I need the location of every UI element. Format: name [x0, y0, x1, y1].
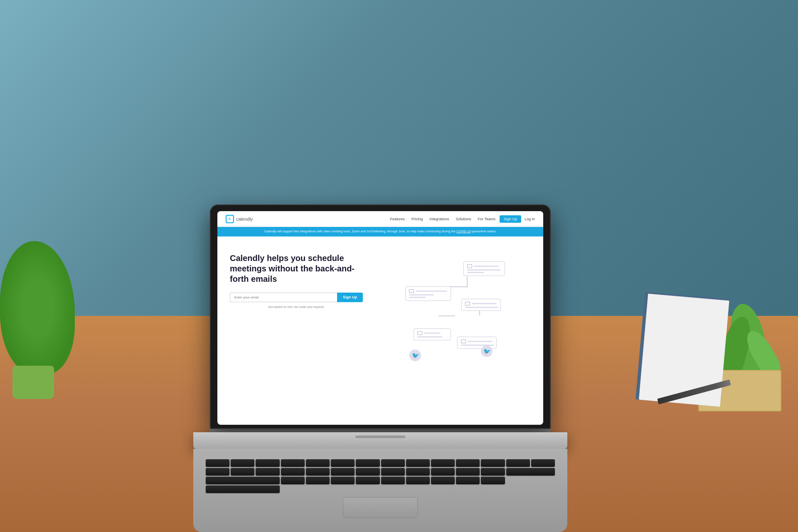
laptop-keyboard-area [193, 449, 567, 532]
plant-left [0, 233, 83, 399]
key-15 [206, 468, 229, 475]
key-35 [481, 477, 505, 484]
email-icon-2 [409, 289, 414, 293]
email-icon-1 [467, 264, 472, 268]
notebook-pages [639, 293, 729, 406]
email-card-1 [463, 261, 505, 276]
email-line-2 [467, 269, 500, 271]
key-18 [281, 468, 305, 475]
key-32 [406, 477, 430, 484]
connector-h2 [438, 315, 455, 316]
key-6 [331, 459, 355, 467]
logo-icon: C [226, 215, 234, 223]
key-21 [356, 468, 379, 475]
key-23 [406, 468, 430, 475]
key-20 [331, 468, 355, 475]
key-delete [506, 468, 555, 475]
email-icon-3 [465, 302, 470, 305]
key-9 [406, 459, 430, 467]
email-line-11 [468, 341, 493, 342]
announcement-banner: Calendly will support free integrations … [217, 227, 543, 236]
email-card-1-header [467, 264, 501, 268]
key-10 [431, 459, 455, 467]
email-card-2-header [409, 289, 447, 293]
key-30 [356, 477, 379, 484]
banner-covid-link[interactable]: COVID-19 [456, 229, 471, 233]
email-card-4-header [417, 331, 447, 335]
key-31 [381, 477, 405, 484]
key-33 [431, 477, 455, 484]
email-line-10 [417, 336, 442, 337]
nav-login-button[interactable]: Log In [525, 217, 535, 221]
email-card-2 [405, 286, 451, 301]
key-5 [306, 459, 330, 467]
hero-title: Calendly helps you schedule meetings wit… [230, 253, 363, 284]
laptop-base [193, 432, 567, 449]
key-12 [481, 459, 505, 467]
key-17 [256, 468, 279, 475]
email-cards-illustration: 🐦 🐦 [397, 261, 505, 361]
key-3 [256, 459, 279, 467]
email-line-4 [416, 291, 447, 292]
email-line-9 [424, 332, 441, 334]
email-card-3-header [465, 302, 497, 305]
email-line-3 [467, 272, 484, 273]
bird-right: 🐦 [481, 345, 493, 357]
key-13 [506, 459, 530, 467]
email-line-7 [472, 303, 497, 304]
email-icon-5 [461, 340, 466, 343]
key-14 [531, 459, 555, 467]
key-shift-left [206, 477, 280, 484]
email-card-5-header [461, 340, 493, 343]
key-4 [281, 459, 305, 467]
site-logo: C calendly [226, 215, 253, 223]
nav-solutions[interactable]: Solutions [456, 217, 471, 221]
laptop-screen-outer: C calendly Features Pricing Integrations… [210, 204, 551, 429]
nav-features[interactable]: Features [390, 217, 405, 221]
key-24 [431, 468, 455, 475]
laptop: C calendly Features Pricing Integrations… [193, 204, 567, 449]
email-line-6 [409, 297, 426, 298]
key-19 [306, 468, 330, 475]
nav-links: Features Pricing Integrations Solutions … [390, 217, 495, 221]
key-26 [481, 468, 505, 475]
bird-left: 🐦 [409, 350, 421, 361]
plant-left-pot [12, 366, 54, 399]
email-line-12 [461, 345, 494, 346]
nav-for-teams[interactable]: For Teams [478, 217, 495, 221]
key-2 [231, 459, 254, 467]
key-22 [381, 468, 405, 475]
laptop-hinge [210, 429, 551, 432]
key-25 [456, 468, 480, 475]
email-icon-4 [417, 331, 422, 335]
plant-left-leaves [0, 241, 75, 374]
hero-left: Calendly helps you schedule meetings wit… [230, 253, 363, 308]
logo-text: calendly [236, 217, 253, 222]
nav-integrations[interactable]: Integrations [430, 217, 449, 221]
hero-subtext: Get started for free. No credit card req… [230, 305, 363, 308]
key-34 [456, 477, 480, 484]
nav-signup-button[interactable]: Sign Up [500, 215, 521, 223]
email-line-5 [409, 294, 434, 296]
banner-text-after: quarantine easier. [471, 229, 497, 233]
keyboard-keys [193, 453, 567, 499]
hero-email-input[interactable] [230, 293, 337, 302]
website-content: C calendly Features Pricing Integrations… [217, 211, 543, 425]
key-1 [206, 459, 229, 467]
email-line-1 [474, 266, 499, 267]
hero-signup-button[interactable]: Sign Up [337, 293, 363, 302]
key-return [206, 485, 280, 493]
laptop-screen-bezel: C calendly Features Pricing Integrations… [217, 211, 543, 425]
hero-form: Sign Up [230, 293, 363, 302]
hero-section: Calendly helps you schedule meetings wit… [217, 236, 543, 394]
email-card-4 [414, 328, 451, 340]
key-29 [331, 477, 355, 484]
hero-illustration: 🐦 🐦 [371, 253, 531, 369]
banner-text: Calendly will support free integrations … [264, 229, 456, 233]
key-16 [231, 468, 254, 475]
key-11 [456, 459, 480, 467]
key-7 [356, 459, 379, 467]
email-card-3 [461, 299, 501, 311]
trackpad[interactable] [343, 497, 418, 518]
nav-pricing[interactable]: Pricing [411, 217, 423, 221]
